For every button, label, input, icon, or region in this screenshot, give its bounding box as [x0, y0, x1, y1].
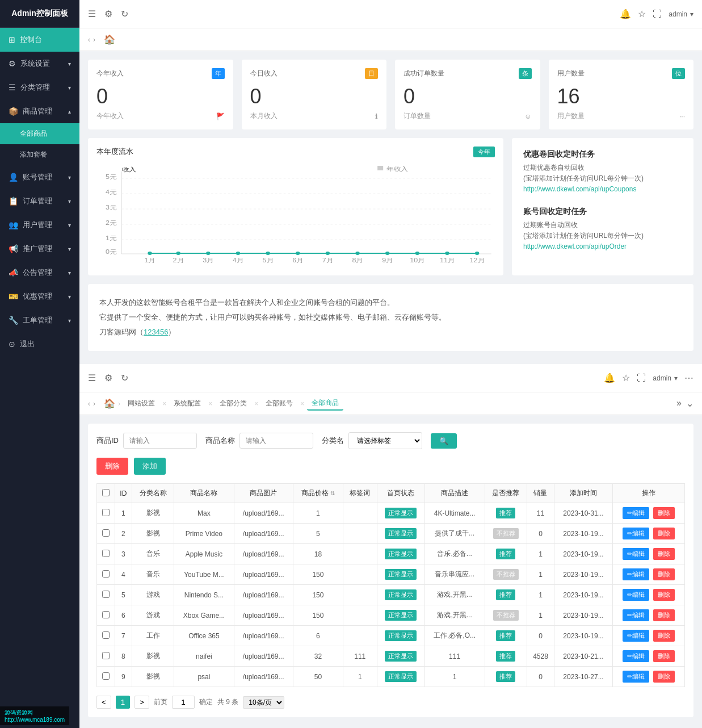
fullscreen-icon[interactable]: ⛶	[653, 9, 662, 19]
page-1-btn[interactable]: 1	[116, 696, 130, 709]
edit-button[interactable]: ✏编辑	[623, 630, 649, 642]
sort-icon[interactable]: ⇅	[330, 490, 335, 496]
prev-page-btn[interactable]: <	[96, 696, 111, 709]
menu-icon[interactable]: ☰	[88, 9, 96, 19]
edit-button[interactable]: ✏编辑	[623, 548, 649, 560]
breadcrumb-tab-allaccount[interactable]: 全部账号	[261, 397, 297, 410]
back-icon[interactable]: ‹	[88, 36, 90, 44]
home-icon-2[interactable]: 🏠	[104, 398, 115, 409]
batch-delete-button[interactable]: 删除	[96, 458, 128, 475]
sidebar-item-coupon[interactable]: 🎫 优惠管理 ▾	[0, 284, 79, 308]
row-select-checkbox[interactable]	[102, 509, 110, 516]
delete-button[interactable]: 删除	[653, 507, 675, 519]
delete-button[interactable]: 删除	[653, 609, 675, 621]
settings-icon-2[interactable]: ⚙	[104, 373, 112, 383]
edit-button[interactable]: ✏编辑	[623, 589, 649, 601]
delete-button[interactable]: 删除	[653, 548, 675, 560]
add-goods-button[interactable]: 添加	[134, 458, 166, 475]
delete-button[interactable]: 删除	[653, 528, 675, 539]
admin-user[interactable]: admin ▾	[669, 10, 693, 18]
sidebar-item-user[interactable]: 👥 用户管理 ▾	[0, 213, 79, 237]
sidebar-item-account[interactable]: 👤 账号管理 ▾	[0, 165, 79, 189]
search-name-input[interactable]	[239, 433, 313, 449]
admin-user-2[interactable]: admin ▾	[653, 374, 678, 382]
stat-footer-label: 用户数量	[557, 111, 585, 121]
row-actions: ✏编辑 删除	[612, 667, 684, 687]
sidebar-item-logout[interactable]: ⊙ 退出	[0, 332, 79, 356]
sidebar-item-dashboard[interactable]: ⊞ 控制台	[0, 28, 79, 52]
row-select-checkbox[interactable]	[102, 550, 110, 557]
edit-button[interactable]: ✏编辑	[623, 650, 649, 662]
bell-icon-2[interactable]: 🔔	[604, 373, 615, 383]
sidebar-item-worker[interactable]: 🔧 工单管理 ▾	[0, 308, 79, 332]
menu-icon-2[interactable]: ☰	[88, 373, 96, 383]
edit-button[interactable]: ✏编辑	[623, 528, 649, 539]
more-icon-2[interactable]: ⋯	[684, 373, 693, 383]
row-price: 5	[293, 524, 343, 544]
search-category-select[interactable]: 请选择标签	[348, 432, 422, 449]
delete-button[interactable]: 删除	[653, 568, 675, 580]
delete-button[interactable]: 删除	[653, 630, 675, 642]
breadcrumb-tab-sysconfig[interactable]: 系统配置	[169, 397, 205, 410]
select-all-checkbox[interactable]	[102, 489, 110, 496]
settings-icon[interactable]: ⚙	[104, 9, 112, 19]
row-select-checkbox[interactable]	[102, 611, 110, 618]
sidebar-item-label: 优惠管理	[23, 291, 52, 302]
edit-button[interactable]: ✏编辑	[623, 507, 649, 519]
topbar-left: ☰ ⚙ ↻	[88, 9, 128, 19]
row-desc: 111	[424, 646, 485, 667]
more-icon[interactable]: ···	[679, 112, 685, 120]
breadcrumb-tab-allcategory[interactable]: 全部分类	[215, 397, 251, 410]
page-input[interactable]	[172, 696, 195, 709]
breadcrumb-tab-website[interactable]: 网站设置	[123, 397, 159, 410]
breadcrumb-tab-allgoods[interactable]: 全部商品	[307, 396, 343, 411]
edit-button[interactable]: ✏编辑	[623, 609, 649, 621]
svg-point-15	[206, 252, 211, 255]
sidebar-sub-add-combo[interactable]: 添加套餐	[0, 144, 79, 165]
sidebar-item-promo[interactable]: 📢 推广管理 ▾	[0, 237, 79, 261]
row-select-checkbox[interactable]	[102, 529, 110, 537]
delete-button[interactable]: 删除	[653, 650, 675, 662]
sidebar-item-goods[interactable]: 📦 商品管理 ▴	[0, 99, 79, 123]
star-icon-2[interactable]: ☆	[622, 373, 630, 383]
promo-icon: 📢	[9, 244, 18, 253]
row-select-checkbox[interactable]	[102, 591, 110, 598]
sidebar-sub-all-goods[interactable]: 全部商品	[0, 123, 79, 144]
watermark-line2: http://www.mca189.com	[5, 717, 65, 723]
sidebar-item-banner[interactable]: 📣 公告管理 ▾	[0, 261, 79, 284]
row-status: 正常显示	[377, 646, 424, 667]
home-icon[interactable]: 🏠	[104, 34, 115, 45]
status-badge: 正常显示	[385, 508, 417, 518]
forward-icon-2[interactable]: ›	[93, 400, 95, 408]
bell-icon[interactable]: 🔔	[620, 9, 631, 19]
row-select-checkbox[interactable]	[102, 631, 110, 639]
row-select-checkbox[interactable]	[102, 652, 110, 659]
search-button[interactable]: 🔍	[431, 433, 457, 449]
back-icon-2[interactable]: ‹	[88, 400, 90, 408]
stat-value: 0	[250, 85, 379, 108]
row-select-checkbox[interactable]	[102, 570, 110, 578]
task-desc: 过期账号自动回收 (宝塔添加计划任务访问URL每分钟一次) http://www…	[523, 220, 682, 253]
status-badge: 正常显示	[385, 610, 417, 621]
per-page-select[interactable]: 10条/页 20条/页 50条/页	[243, 696, 284, 709]
row-image: /upload/169...	[234, 626, 293, 646]
forward-icon[interactable]: ›	[93, 36, 95, 44]
delete-button[interactable]: 删除	[653, 671, 675, 683]
fullscreen-icon-2[interactable]: ⛶	[637, 373, 646, 383]
sidebar-item-order[interactable]: 📋 订单管理 ▾	[0, 189, 79, 213]
refresh-icon[interactable]: ↻	[121, 9, 128, 19]
edit-button[interactable]: ✏编辑	[623, 568, 649, 580]
search-id-input[interactable]	[123, 433, 197, 449]
row-select-checkbox[interactable]	[102, 672, 110, 680]
chart-year-btn[interactable]: 今年	[473, 147, 495, 157]
refresh-icon-2[interactable]: ↻	[121, 373, 128, 383]
sidebar-item-category[interactable]: ☰ 分类管理 ▾	[0, 76, 79, 99]
star-icon[interactable]: ☆	[638, 9, 646, 19]
edit-button[interactable]: ✏编辑	[623, 671, 649, 683]
sidebar-item-system[interactable]: ⚙ 系统设置 ▾	[0, 52, 79, 76]
collapse-icon[interactable]: ⌄	[686, 398, 693, 409]
info-link[interactable]: 123456	[144, 328, 168, 336]
next-page-btn[interactable]: >	[134, 696, 149, 709]
delete-button[interactable]: 删除	[653, 589, 675, 601]
expand-icon[interactable]: »	[676, 398, 682, 409]
